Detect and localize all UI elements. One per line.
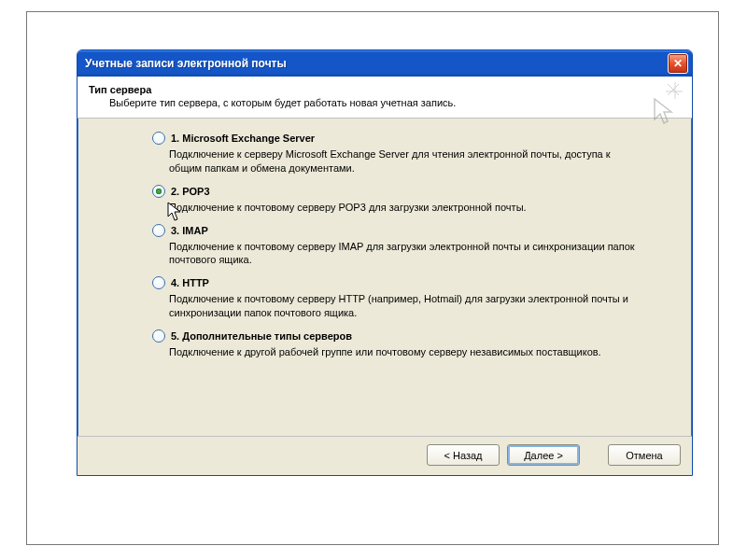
header-subtitle: Выберите тип сервера, с которым будет ра… bbox=[109, 97, 681, 108]
spacer bbox=[587, 444, 600, 466]
option-label: 5. Дополнительные типы серверов bbox=[171, 330, 352, 342]
option-description: Подключение к почтовому серверу HTTP (на… bbox=[169, 292, 645, 320]
option-description: Подключение к серверу Microsoft Exchange… bbox=[169, 147, 645, 175]
option-label: 4. HTTP bbox=[171, 277, 209, 288]
cancel-button[interactable]: Отмена bbox=[608, 444, 681, 466]
option-label: 3. IMAP bbox=[171, 225, 208, 236]
close-icon: ✕ bbox=[673, 57, 683, 70]
option-exchange: 1. Microsoft Exchange Server Подключение… bbox=[152, 132, 673, 175]
wizard-header: Тип сервера Выберите тип сервера, с кото… bbox=[78, 77, 692, 119]
dialog-window: Учетные записи электронной почты ✕ Тип с… bbox=[77, 49, 693, 476]
radio-imap[interactable] bbox=[152, 224, 165, 237]
next-button[interactable]: Далее > bbox=[507, 444, 580, 466]
radio-exchange[interactable] bbox=[152, 132, 165, 145]
option-http: 4. HTTP Подключение к почтовому серверу … bbox=[152, 276, 673, 320]
radio-pop3[interactable] bbox=[152, 185, 165, 198]
radio-additional[interactable] bbox=[152, 329, 165, 343]
option-description: Подключение к почтовому серверу IMAP для… bbox=[169, 240, 645, 268]
option-pop3: 2. POP3 Подключение к почтовому серверу … bbox=[152, 185, 673, 215]
option-description: Подключение к почтовому серверу POP3 для… bbox=[169, 201, 645, 215]
header-title: Тип сервера bbox=[89, 84, 681, 95]
option-label: 1. Microsoft Exchange Server bbox=[171, 133, 315, 144]
option-additional: 5. Дополнительные типы серверов Подключе… bbox=[152, 329, 673, 359]
wizard-footer: < Назад Далее > Отмена bbox=[78, 436, 692, 475]
wizard-body: 1. Microsoft Exchange Server Подключение… bbox=[78, 119, 692, 436]
window-title: Учетные записи электронной почты bbox=[85, 57, 668, 70]
option-imap: 3. IMAP Подключение к почтовому серверу … bbox=[152, 224, 673, 268]
cursor-decoration-icon bbox=[638, 82, 683, 127]
close-button[interactable]: ✕ bbox=[668, 53, 688, 74]
radio-http[interactable] bbox=[152, 276, 165, 289]
option-label: 2. POP3 bbox=[171, 186, 210, 197]
back-button[interactable]: < Назад bbox=[427, 444, 500, 466]
titlebar[interactable]: Учетные записи электронной почты ✕ bbox=[78, 50, 692, 77]
option-description: Подключение к другой рабочей группе или … bbox=[169, 345, 645, 359]
